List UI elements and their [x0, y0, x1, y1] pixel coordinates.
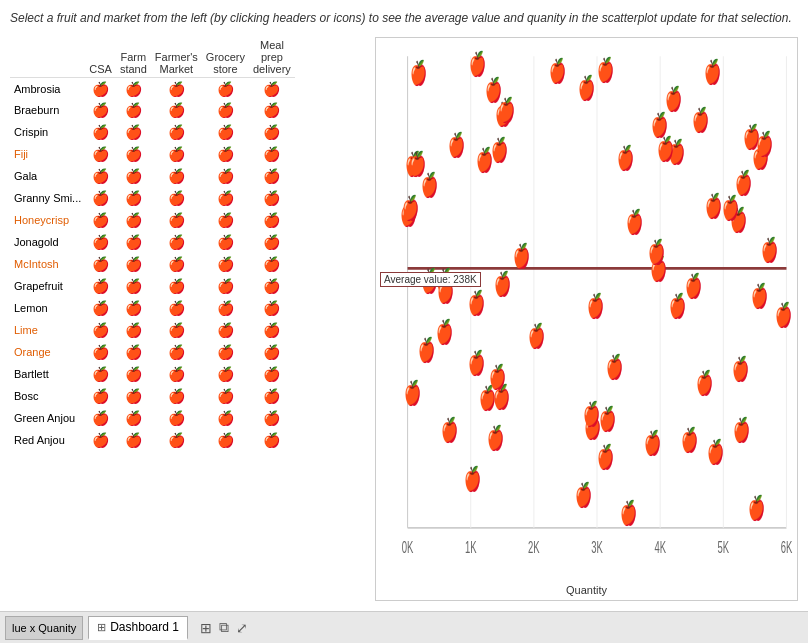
- fruit-cell[interactable]: 🍎: [249, 187, 295, 209]
- table-row[interactable]: Honeycrisp🍎🍎🍎🍎🍎: [10, 209, 295, 231]
- fruit-cell[interactable]: 🍎: [116, 143, 151, 165]
- fruit-cell[interactable]: 🍎: [151, 231, 202, 253]
- fruit-cell[interactable]: 🍎: [202, 363, 249, 385]
- fruit-name[interactable]: Braeburn: [10, 99, 85, 121]
- fruit-name[interactable]: McIntosh: [10, 253, 85, 275]
- fruit-name[interactable]: Red Anjou: [10, 429, 85, 451]
- table-row[interactable]: Granny Smi...🍎🍎🍎🍎🍎: [10, 187, 295, 209]
- table-row[interactable]: Crispin🍎🍎🍎🍎🍎: [10, 121, 295, 143]
- table-row[interactable]: Bosc🍎🍎🍎🍎🍎: [10, 385, 295, 407]
- fruit-cell[interactable]: 🍎: [85, 165, 116, 187]
- table-row[interactable]: Orange🍎🍎🍎🍎🍎: [10, 341, 295, 363]
- fruit-cell[interactable]: 🍎: [151, 429, 202, 451]
- fruit-cell[interactable]: 🍎: [249, 429, 295, 451]
- fruit-cell[interactable]: 🍎: [249, 341, 295, 363]
- fruit-cell[interactable]: 🍎: [151, 187, 202, 209]
- fruit-name[interactable]: Lemon: [10, 297, 85, 319]
- fruit-cell[interactable]: 🍎: [202, 121, 249, 143]
- col-header-meal-prep[interactable]: Mealprepdelivery: [249, 37, 295, 78]
- fruit-cell[interactable]: 🍎: [116, 363, 151, 385]
- fruit-cell[interactable]: 🍎: [202, 297, 249, 319]
- fruit-cell[interactable]: 🍎: [116, 187, 151, 209]
- table-row[interactable]: Grapefruit🍎🍎🍎🍎🍎: [10, 275, 295, 297]
- fruit-cell[interactable]: 🍎: [85, 275, 116, 297]
- col-header-csa[interactable]: CSA: [85, 37, 116, 78]
- col-header-farmers-market[interactable]: Farmer'sMarket: [151, 37, 202, 78]
- table-row[interactable]: Ambrosia🍎🍎🍎🍎🍎: [10, 77, 295, 99]
- table-row[interactable]: Lime🍎🍎🍎🍎🍎: [10, 319, 295, 341]
- fruit-name[interactable]: Gala: [10, 165, 85, 187]
- fruit-cell[interactable]: 🍎: [151, 385, 202, 407]
- table-row[interactable]: Red Anjou🍎🍎🍎🍎🍎: [10, 429, 295, 451]
- fruit-cell[interactable]: 🍎: [202, 319, 249, 341]
- fruit-cell[interactable]: 🍎: [85, 187, 116, 209]
- fruit-cell[interactable]: 🍎: [116, 407, 151, 429]
- fruit-cell[interactable]: 🍎: [249, 231, 295, 253]
- fruit-name[interactable]: Bosc: [10, 385, 85, 407]
- table-row[interactable]: Green Anjou🍎🍎🍎🍎🍎: [10, 407, 295, 429]
- fruit-cell[interactable]: 🍎: [116, 385, 151, 407]
- add-dashboard-button[interactable]: ⊞: [198, 617, 214, 638]
- tab-dashboard-1[interactable]: ⊞ Dashboard 1: [88, 616, 188, 640]
- fruit-cell[interactable]: 🍎: [116, 231, 151, 253]
- fruit-name[interactable]: Jonagold: [10, 231, 85, 253]
- fruit-cell[interactable]: 🍎: [249, 319, 295, 341]
- fruit-cell[interactable]: 🍎: [116, 429, 151, 451]
- fruit-cell[interactable]: 🍎: [249, 165, 295, 187]
- fruit-cell[interactable]: 🍎: [202, 187, 249, 209]
- fruit-cell[interactable]: 🍎: [249, 143, 295, 165]
- fruit-cell[interactable]: 🍎: [202, 165, 249, 187]
- fruit-cell[interactable]: 🍎: [116, 341, 151, 363]
- fruit-cell[interactable]: 🍎: [85, 341, 116, 363]
- fruit-cell[interactable]: 🍎: [202, 429, 249, 451]
- fruit-cell[interactable]: 🍎: [249, 121, 295, 143]
- fruit-cell[interactable]: 🍎: [202, 253, 249, 275]
- fruit-cell[interactable]: 🍎: [85, 209, 116, 231]
- fruit-cell[interactable]: 🍎: [116, 319, 151, 341]
- duplicate-dashboard-button[interactable]: ⧉: [217, 617, 231, 638]
- fruit-cell[interactable]: 🍎: [249, 297, 295, 319]
- fruit-cell[interactable]: 🍎: [151, 363, 202, 385]
- fruit-cell[interactable]: 🍎: [116, 297, 151, 319]
- fruit-cell[interactable]: 🍎: [151, 165, 202, 187]
- fruit-cell[interactable]: 🍎: [85, 143, 116, 165]
- fruit-cell[interactable]: 🍎: [151, 99, 202, 121]
- fruit-name[interactable]: Crispin: [10, 121, 85, 143]
- fruit-cell[interactable]: 🍎: [202, 231, 249, 253]
- table-row[interactable]: Bartlett🍎🍎🍎🍎🍎: [10, 363, 295, 385]
- fruit-cell[interactable]: 🍎: [249, 77, 295, 99]
- fruit-cell[interactable]: 🍎: [85, 363, 116, 385]
- fruit-cell[interactable]: 🍎: [202, 77, 249, 99]
- table-row[interactable]: McIntosh🍎🍎🍎🍎🍎: [10, 253, 295, 275]
- fruit-cell[interactable]: 🍎: [151, 209, 202, 231]
- fruit-cell[interactable]: 🍎: [151, 275, 202, 297]
- fruit-cell[interactable]: 🍎: [249, 209, 295, 231]
- fruit-cell[interactable]: 🍎: [116, 253, 151, 275]
- fruit-cell[interactable]: 🍎: [151, 319, 202, 341]
- fruit-cell[interactable]: 🍎: [202, 407, 249, 429]
- fruit-name[interactable]: Granny Smi...: [10, 187, 85, 209]
- fruit-cell[interactable]: 🍎: [249, 363, 295, 385]
- fruit-cell[interactable]: 🍎: [85, 99, 116, 121]
- fruit-cell[interactable]: 🍎: [116, 99, 151, 121]
- fruit-cell[interactable]: 🍎: [202, 209, 249, 231]
- fruit-cell[interactable]: 🍎: [151, 121, 202, 143]
- fruit-cell[interactable]: 🍎: [151, 253, 202, 275]
- fruit-cell[interactable]: 🍎: [249, 385, 295, 407]
- fruit-cell[interactable]: 🍎: [85, 319, 116, 341]
- fruit-cell[interactable]: 🍎: [151, 77, 202, 99]
- fruit-cell[interactable]: 🍎: [116, 165, 151, 187]
- fruit-cell[interactable]: 🍎: [249, 275, 295, 297]
- table-row[interactable]: Braeburn🍎🍎🍎🍎🍎: [10, 99, 295, 121]
- fruit-cell[interactable]: 🍎: [85, 429, 116, 451]
- fruit-name[interactable]: Orange: [10, 341, 85, 363]
- fruit-cell[interactable]: 🍎: [249, 407, 295, 429]
- col-header-farm-stand[interactable]: Farmstand: [116, 37, 151, 78]
- table-row[interactable]: Fiji🍎🍎🍎🍎🍎: [10, 143, 295, 165]
- fruit-cell[interactable]: 🍎: [116, 77, 151, 99]
- fruit-cell[interactable]: 🍎: [151, 407, 202, 429]
- fruit-cell[interactable]: 🍎: [202, 143, 249, 165]
- table-row[interactable]: Lemon🍎🍎🍎🍎🍎: [10, 297, 295, 319]
- fruit-cell[interactable]: 🍎: [116, 275, 151, 297]
- fruit-name[interactable]: Ambrosia: [10, 77, 85, 99]
